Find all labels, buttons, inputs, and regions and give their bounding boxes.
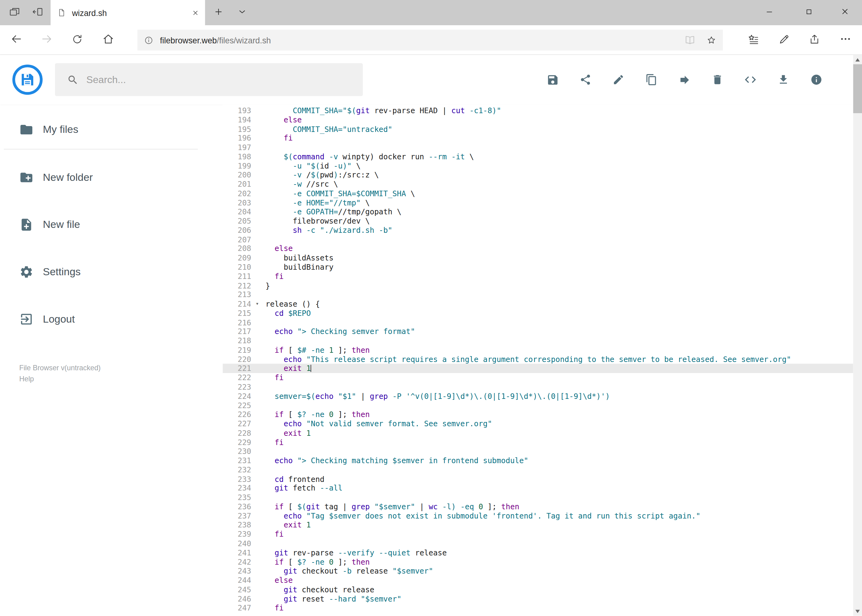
code-line-245[interactable]: 245 git checkout release bbox=[222, 585, 853, 594]
home-button[interactable] bbox=[96, 25, 121, 55]
code-line-235[interactable]: 235 bbox=[222, 493, 853, 502]
code-line-200[interactable]: 200 -v /$(pwd):/src:z \ bbox=[222, 170, 853, 179]
favorite-star-icon[interactable] bbox=[706, 35, 716, 45]
code-line-209[interactable]: 209 buildAssets bbox=[222, 253, 853, 262]
forward-button[interactable] bbox=[35, 25, 59, 55]
code-line-224[interactable]: 224 semver=$(echo "$1" | grep -P '^v(0|[… bbox=[222, 391, 853, 401]
code-line-206[interactable]: 206 sh -c "./wizard.sh -b" bbox=[222, 226, 853, 235]
code-line-223[interactable]: 223 bbox=[222, 382, 853, 391]
code-line-215[interactable]: 215 cd $REPO bbox=[222, 309, 853, 318]
tab-close-icon[interactable] bbox=[192, 9, 199, 16]
code-line-226[interactable]: 226 if [ $? -ne 0 ]; then bbox=[222, 410, 853, 419]
code-line-236[interactable]: 236 if [ $(git tag | grep "$semver" | wc… bbox=[222, 502, 853, 511]
help-link[interactable]: Help bbox=[19, 374, 101, 385]
code-line-240[interactable]: 240 bbox=[222, 539, 853, 548]
code-line-243[interactable]: 243 git checkout -b release "$semver" bbox=[222, 566, 853, 576]
code-line-239[interactable]: 239 fi bbox=[222, 530, 853, 539]
sidebar-item-settings[interactable]: Settings bbox=[0, 258, 222, 286]
site-info-icon[interactable] bbox=[144, 35, 153, 45]
code-line-242[interactable]: 242 if [ $? -ne 0 ]; then bbox=[222, 557, 853, 566]
code-line-238[interactable]: 238 exit 1 bbox=[222, 520, 853, 530]
search-input[interactable] bbox=[86, 74, 350, 85]
code-line-196[interactable]: 196 fi bbox=[222, 134, 853, 143]
code-line-241[interactable]: 241 git rev-parse --verify --quiet relea… bbox=[222, 548, 853, 557]
code-line-214[interactable]: 214▾release () { bbox=[222, 300, 853, 309]
code-line-222[interactable]: 222 fi bbox=[222, 373, 853, 382]
browser-tab[interactable]: wizard.sh bbox=[50, 0, 205, 25]
page-scrollbar[interactable] bbox=[853, 55, 862, 616]
close-window-button[interactable] bbox=[828, 0, 862, 25]
share-button[interactable] bbox=[802, 25, 826, 55]
save-button[interactable] bbox=[546, 73, 559, 86]
filebrowser-logo[interactable] bbox=[12, 64, 43, 95]
hub-button[interactable] bbox=[741, 25, 765, 55]
code-line-203[interactable]: 203 -e HOME="//tmp" \ bbox=[222, 198, 853, 207]
code-line-197[interactable]: 197 bbox=[222, 143, 853, 152]
code-line-231[interactable]: 231 echo "> Checking matching $semver in… bbox=[222, 456, 853, 465]
set-tabs-aside-button[interactable] bbox=[27, 0, 48, 25]
code-line-194[interactable]: 194 else bbox=[222, 115, 853, 124]
scrollbar-thumb[interactable] bbox=[853, 64, 862, 113]
code-line-220[interactable]: 220 echo "This release script requires a… bbox=[222, 355, 853, 364]
move-button[interactable] bbox=[678, 73, 691, 86]
share-file-button[interactable] bbox=[579, 73, 592, 86]
refresh-button[interactable] bbox=[65, 25, 89, 55]
code-line-208[interactable]: 208 else bbox=[222, 244, 853, 253]
new-tab-button[interactable] bbox=[207, 0, 229, 25]
web-note-button[interactable] bbox=[772, 25, 796, 55]
code-line-201[interactable]: 201 -w //src \ bbox=[222, 179, 853, 189]
code-line-212[interactable]: 212} bbox=[222, 281, 853, 290]
more-button[interactable] bbox=[834, 25, 858, 55]
back-button[interactable] bbox=[4, 25, 28, 55]
scrollbar-up-arrow[interactable] bbox=[853, 55, 862, 64]
minimize-button[interactable] bbox=[752, 0, 786, 25]
code-line-221[interactable]: 221 exit 1 bbox=[222, 364, 853, 373]
code-line-233[interactable]: 233 cd frontend bbox=[222, 475, 853, 484]
info-button[interactable] bbox=[810, 73, 823, 86]
tab-menu-button[interactable] bbox=[231, 0, 253, 25]
code-line-199[interactable]: 199 -u "$(id -u)" \ bbox=[222, 161, 853, 170]
code-line-202[interactable]: 202 -e COMMIT_SHA=$COMMIT_SHA \ bbox=[222, 189, 853, 198]
code-line-218[interactable]: 218 bbox=[222, 336, 853, 346]
address-bar[interactable]: filebrowser.web/files/wizard.sh bbox=[137, 30, 723, 50]
sidebar-item-new-folder[interactable]: New folder bbox=[0, 163, 222, 192]
code-line-232[interactable]: 232 bbox=[222, 465, 853, 475]
copy-button[interactable] bbox=[645, 73, 658, 86]
code-line-225[interactable]: 225 bbox=[222, 401, 853, 410]
search-box[interactable] bbox=[55, 63, 363, 96]
code-line-219[interactable]: 219 if [ $# -ne 1 ]; then bbox=[222, 346, 853, 355]
code-line-234[interactable]: 234 git fetch --all bbox=[222, 484, 853, 493]
code-line-247[interactable]: 247 fi bbox=[222, 603, 853, 613]
code-line-211[interactable]: 211 fi bbox=[222, 272, 853, 281]
code-line-210[interactable]: 210 buildBinary bbox=[222, 262, 853, 272]
code-line-229[interactable]: 229 fi bbox=[222, 438, 853, 447]
code-line-227[interactable]: 227 echo "Not valid semver format. See s… bbox=[222, 419, 853, 428]
code-line-228[interactable]: 228 exit 1 bbox=[222, 428, 853, 438]
rename-button[interactable] bbox=[612, 73, 625, 86]
sidebar-item-logout[interactable]: Logout bbox=[0, 305, 222, 333]
code-line-216[interactable]: 216 bbox=[222, 318, 853, 327]
code-line-237[interactable]: 237 echo "Tag $semver does not exist in … bbox=[222, 511, 853, 521]
download-button[interactable] bbox=[777, 73, 790, 86]
code-line-244[interactable]: 244 else bbox=[222, 576, 853, 585]
reading-view-icon[interactable] bbox=[684, 35, 695, 46]
delete-button[interactable] bbox=[711, 73, 724, 86]
code-line-246[interactable]: 246 git reset --hard "$semver" bbox=[222, 594, 853, 603]
sidebar-item-my-files[interactable]: My files bbox=[0, 115, 222, 144]
code-line-204[interactable]: 204 -e GOPATH=//tmp/gopath \ bbox=[222, 207, 853, 217]
code-line-207[interactable]: 207 bbox=[222, 235, 853, 244]
scrollbar-down-arrow[interactable] bbox=[853, 607, 862, 616]
code-editor[interactable]: 193 COMMIT_SHA="$(git rev-parse HEAD | c… bbox=[222, 104, 853, 616]
code-line-217[interactable]: 217 echo "> Checking semver format" bbox=[222, 327, 853, 336]
code-line-198[interactable]: 198 $(command -v winpty) docker run --rm… bbox=[222, 152, 853, 162]
code-line-193[interactable]: 193 COMMIT_SHA="$(git rev-parse HEAD | c… bbox=[222, 106, 853, 115]
code-line-195[interactable]: 195 COMMIT_SHA="untracked" bbox=[222, 124, 853, 134]
fold-arrow-icon[interactable]: ▾ bbox=[254, 300, 261, 309]
code-line-230[interactable]: 230 bbox=[222, 447, 853, 456]
maximize-button[interactable] bbox=[791, 0, 826, 25]
tab-preview-button[interactable] bbox=[3, 0, 25, 25]
raw-code-button[interactable] bbox=[744, 73, 757, 86]
code-line-205[interactable]: 205 filebrowser/dev \ bbox=[222, 217, 853, 226]
code-line-213[interactable]: 213 bbox=[222, 290, 853, 300]
sidebar-item-new-file[interactable]: New file bbox=[0, 211, 222, 239]
